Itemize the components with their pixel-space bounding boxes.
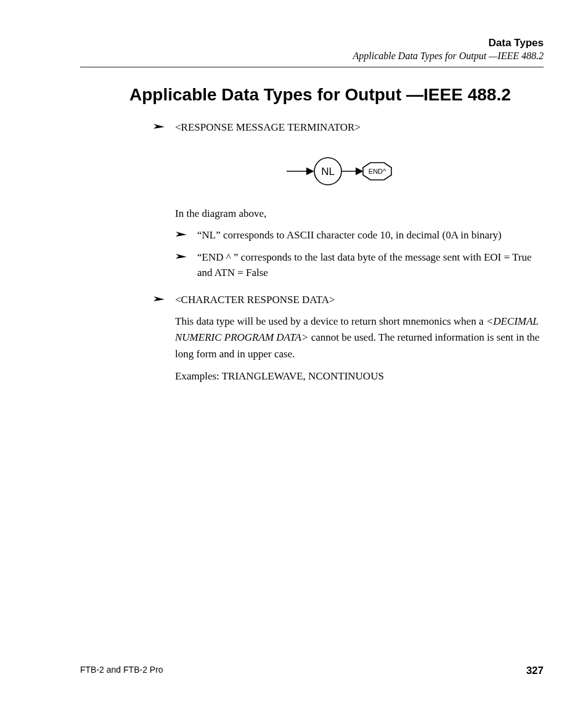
footer-page-number: 327: [526, 665, 544, 677]
arrowhead-icon: [175, 230, 189, 238]
page-heading: Applicable Data Types for Output —IEEE 4…: [129, 85, 544, 105]
paragraph-examples: Examples: TRIANGLEWAVE, NCONTINUOUS: [175, 368, 544, 384]
sub-bullet-end: “END ^ ” corresponds to the last data by…: [175, 249, 544, 281]
arrowhead-icon: [153, 122, 166, 131]
paragraph-diagram-intro: In the diagram above,: [175, 206, 544, 222]
diagram-node-end: END^: [369, 168, 386, 175]
header-rule: [80, 67, 544, 68]
arrowhead-icon: [175, 252, 189, 261]
bullet-character-response: <CHARACTER RESPONSE DATA>: [153, 292, 544, 308]
bullet-response-terminator: <RESPONSE MESSAGE TERMINATOR>: [153, 120, 544, 136]
diagram-node-nl: NL: [321, 166, 335, 177]
bullet-text: <RESPONSE MESSAGE TERMINATOR>: [175, 120, 361, 136]
footer-product: FTB-2 and FTB-2 Pro: [80, 665, 163, 677]
syntax-diagram: NL END^: [153, 153, 544, 192]
header-title: Data Types: [80, 37, 544, 49]
arrowhead-icon: [153, 294, 166, 303]
header-subtitle: Applicable Data Types for Output —IEEE 4…: [80, 51, 544, 62]
desc-part-a: This data type will be used by a device …: [175, 315, 486, 327]
paragraph-description: This data type will be used by a device …: [175, 314, 544, 362]
bullet-text: <CHARACTER RESPONSE DATA>: [175, 292, 335, 308]
bullet-text: “END ^ ” corresponds to the last data by…: [197, 249, 544, 281]
sub-bullet-nl: “NL” corresponds to ASCII character code…: [175, 227, 544, 243]
page-footer: FTB-2 and FTB-2 Pro 327: [80, 665, 544, 677]
bullet-text: “NL” corresponds to ASCII character code…: [197, 227, 502, 243]
